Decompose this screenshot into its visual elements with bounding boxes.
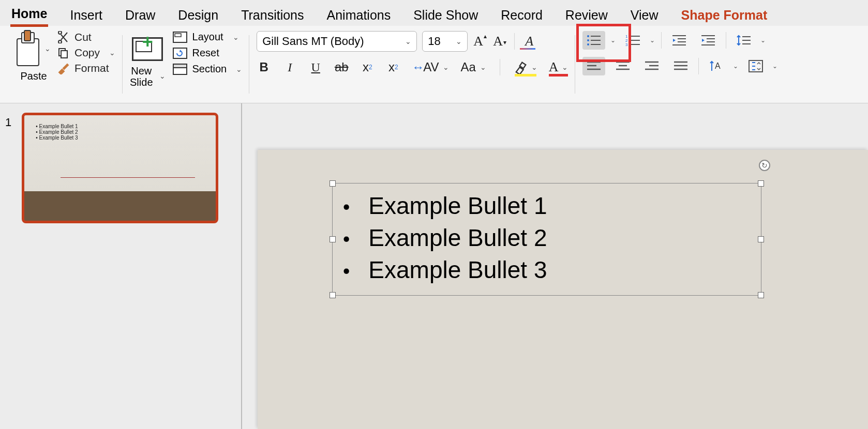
- selection-handle[interactable]: [758, 236, 764, 242]
- decrease-indent-button[interactable]: [668, 31, 691, 50]
- chevron-down-icon: ⌄: [405, 37, 411, 45]
- align-right-button[interactable]: [640, 57, 663, 75]
- underline-button[interactable]: U: [308, 59, 323, 75]
- tab-insert[interactable]: Insert: [69, 5, 103, 26]
- increase-font-size-button[interactable]: A: [473, 33, 487, 50]
- align-right-icon: [644, 59, 660, 73]
- align-center-icon: [615, 59, 631, 73]
- strikethrough-button[interactable]: ab: [334, 59, 349, 75]
- font-group: Gill Sans MT (Body) ⌄ 18 ⌄ A A A B I U a…: [249, 31, 575, 98]
- selection-handle[interactable]: [758, 180, 764, 187]
- line-spacing-dropdown-icon[interactable]: ⌄: [760, 37, 766, 44]
- numbering-button[interactable]: 1 2 3: [622, 31, 645, 50]
- paste-label: Paste: [20, 70, 47, 82]
- italic-button[interactable]: I: [282, 59, 297, 75]
- columns-button[interactable]: [744, 57, 767, 75]
- clipboard-icon: [17, 38, 39, 66]
- tab-review[interactable]: Review: [564, 5, 609, 26]
- columns-icon: [748, 59, 764, 73]
- slide-canvas[interactable]: Example Bullet 1 Example Bullet 2 Exampl…: [258, 150, 868, 429]
- bullets-button[interactable]: [582, 31, 605, 50]
- new-slide-button[interactable]: + New Slide ⌄: [130, 31, 165, 88]
- highlighter-icon: [514, 60, 528, 74]
- change-case-button[interactable]: Aa⌄: [460, 59, 486, 75]
- paste-dropdown-icon[interactable]: ⌄: [44, 44, 51, 53]
- numbering-dropdown-icon[interactable]: ⌄: [650, 37, 655, 44]
- subscript-button[interactable]: x2: [386, 59, 400, 75]
- section-dropdown-icon[interactable]: ⌄: [236, 65, 242, 73]
- section-icon: [173, 64, 187, 75]
- svg-point-7: [587, 35, 589, 37]
- main-area: 1 Example Bullet 1 Example Bullet 2 Exam…: [0, 103, 868, 429]
- layout-dropdown-icon[interactable]: ⌄: [233, 33, 239, 41]
- bullet-item[interactable]: Example Bullet 2: [343, 222, 751, 254]
- tab-slide-show[interactable]: Slide Show: [412, 5, 479, 26]
- align-justify-icon: [673, 59, 689, 73]
- format-painter-button[interactable]: Format: [57, 62, 115, 74]
- reset-button[interactable]: Reset: [173, 47, 243, 59]
- tab-design[interactable]: Design: [177, 5, 219, 26]
- font-size-select[interactable]: 18 ⌄: [422, 31, 468, 52]
- tab-animations[interactable]: Animations: [326, 5, 392, 26]
- font-color-button[interactable]: A ⌄: [549, 59, 568, 75]
- reset-icon: [173, 48, 187, 59]
- bullet-item[interactable]: Example Bullet 1: [343, 190, 751, 222]
- layout-icon: [173, 32, 187, 43]
- selection-handle[interactable]: [330, 236, 336, 242]
- copy-button[interactable]: Copy ⌄: [57, 47, 115, 59]
- selection-handle[interactable]: [330, 180, 336, 187]
- section-button[interactable]: Section ⌄: [173, 63, 243, 75]
- ribbon-tabs: Home Insert Draw Design Transitions Anim…: [0, 0, 868, 26]
- new-slide-dropdown-icon[interactable]: ⌄: [159, 72, 166, 80]
- slide-thumbnail-panel: 1 Example Bullet 1 Example Bullet 2 Exam…: [0, 103, 242, 429]
- svg-rect-6: [173, 64, 187, 68]
- copy-dropdown-icon[interactable]: ⌄: [109, 49, 115, 57]
- bullets-icon: [586, 34, 602, 47]
- font-name-select[interactable]: Gill Sans MT (Body) ⌄: [257, 31, 417, 52]
- text-highlight-button[interactable]: ⌄: [514, 59, 537, 75]
- scissors-icon: [57, 31, 69, 43]
- selection-handle[interactable]: [758, 292, 764, 298]
- text-direction-icon: A: [709, 59, 724, 73]
- decrease-indent-icon: [671, 34, 687, 47]
- slides-group: + New Slide ⌄ Layout ⌄ Reset Section ⌄: [123, 31, 249, 98]
- tab-home[interactable]: Home: [10, 3, 48, 27]
- chevron-down-icon: ⌄: [456, 37, 462, 45]
- cut-button[interactable]: Cut: [57, 31, 115, 43]
- clear-formatting-button[interactable]: A: [522, 33, 536, 50]
- svg-text:A: A: [715, 62, 721, 70]
- text-direction-dropdown-icon[interactable]: ⌄: [733, 63, 738, 70]
- layout-button[interactable]: Layout ⌄: [173, 31, 243, 43]
- selection-handle[interactable]: [330, 292, 336, 298]
- text-direction-button[interactable]: A: [705, 57, 728, 75]
- clipboard-group: ⌄ Paste Cut Copy ⌄ Format: [9, 31, 123, 98]
- columns-dropdown-icon[interactable]: ⌄: [772, 63, 777, 70]
- content-textbox[interactable]: Example Bullet 1 Example Bullet 2 Exampl…: [332, 183, 761, 296]
- line-spacing-button[interactable]: [732, 31, 755, 50]
- align-center-button[interactable]: [611, 57, 634, 75]
- align-left-button[interactable]: [582, 57, 605, 75]
- tab-view[interactable]: View: [630, 5, 660, 26]
- tab-draw[interactable]: Draw: [124, 5, 156, 26]
- bullets-dropdown-icon[interactable]: ⌄: [610, 37, 616, 44]
- slide-editor: Example Bullet 1 Example Bullet 2 Exampl…: [242, 103, 868, 429]
- tab-record[interactable]: Record: [500, 5, 544, 26]
- superscript-button[interactable]: x2: [360, 59, 375, 75]
- decrease-font-size-button[interactable]: A: [492, 33, 507, 50]
- align-justify-button[interactable]: [669, 57, 692, 75]
- numbering-icon: 1 2 3: [625, 34, 641, 47]
- rotate-handle[interactable]: ↻: [759, 160, 770, 171]
- slide-thumbnail-1[interactable]: Example Bullet 1 Example Bullet 2 Exampl…: [22, 113, 218, 223]
- paste-button[interactable]: ⌄ Paste: [17, 31, 51, 82]
- bold-button[interactable]: B: [257, 59, 271, 75]
- thumbnail-number: 1: [5, 116, 11, 129]
- svg-rect-43: [749, 60, 762, 72]
- align-left-icon: [586, 59, 602, 73]
- tab-shape-format[interactable]: Shape Format: [680, 5, 769, 26]
- character-spacing-button[interactable]: ↔AV ⌄: [412, 59, 449, 75]
- increase-indent-button[interactable]: [697, 31, 720, 50]
- ribbon-toolbar: ⌄ Paste Cut Copy ⌄ Format +: [0, 26, 868, 103]
- svg-text:3: 3: [625, 42, 628, 47]
- bullet-item[interactable]: Example Bullet 3: [343, 254, 751, 286]
- tab-transitions[interactable]: Transitions: [240, 5, 305, 26]
